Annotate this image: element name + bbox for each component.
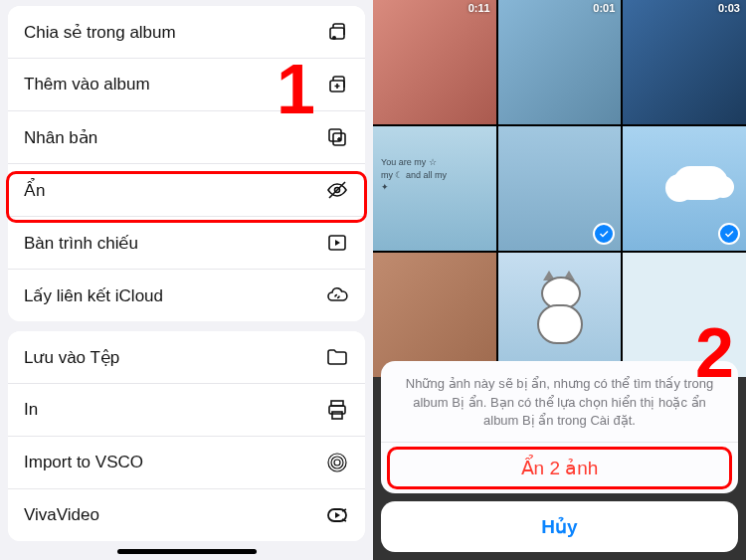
svg-point-12 [334,460,340,466]
selection-checkmark-icon [593,223,615,245]
print-icon [325,398,349,422]
photo-quote-text: You are my ☆ my ☾ and all my ✦ [381,156,447,194]
svg-point-1 [333,37,335,39]
share-sheet-menu: Chia sẻ trong album Thêm vào album Nhân … [0,0,373,560]
photo-thumbnail[interactable] [498,253,622,377]
video-duration: 0:03 [718,2,740,14]
menu-item-icloud-link[interactable]: Lấy liên kết iCloud [8,269,365,321]
album-share-icon [325,20,349,44]
action-sheet-card: Những ảnh này sẽ bị ẩn, nhưng có thể tìm… [381,361,738,493]
menu-label: Thêm vào album [24,75,150,94]
menu-label: Bàn trình chiếu [24,233,138,254]
menu-label: Chia sẻ trong album [24,22,176,43]
album-add-icon [325,73,349,96]
photo-thumbnail[interactable]: 0:11 [373,0,496,124]
menu-item-hide[interactable]: Ẩn [8,163,365,216]
photo-thumbnail-selected[interactable] [498,126,622,251]
photo-thumbnail[interactable]: 0:03 [623,0,746,124]
menu-item-import-vsco[interactable]: Import to VSCO [8,436,365,488]
photo-grid: 0:11 0:01 0:03 You are my ☆ my ☾ and all… [373,0,746,377]
duplicate-icon [325,125,349,149]
menu-label: Lưu vào Tệp [24,347,119,368]
annotation-step-2: 2 [695,313,734,393]
menu-label: Import to VSCO [24,453,143,472]
action-sheet-message: Những ảnh này sẽ bị ẩn, nhưng có thể tìm… [381,361,738,442]
video-duration: 0:11 [468,2,490,14]
photos-grid-panel: 0:11 0:01 0:03 You are my ☆ my ☾ and all… [373,0,746,560]
cancel-button[interactable]: Hủy [381,501,738,552]
photo-thumbnail-selected[interactable] [623,126,746,251]
video-duration: 0:01 [593,2,615,14]
photo-thumbnail[interactable]: 0:01 [498,0,622,124]
vsco-icon [325,451,349,474]
menu-item-save-to-files[interactable]: Lưu vào Tệp [8,331,365,383]
menu-label: VivaVideo [24,505,99,525]
photo-thumbnail[interactable]: You are my ☆ my ☾ and all my ✦ [373,126,496,251]
slideshow-icon [325,231,349,255]
folder-icon [325,345,349,369]
home-indicator[interactable] [117,549,257,554]
menu-label: Lấy liên kết iCloud [24,285,163,306]
svg-point-11 [331,457,343,468]
vivavideo-icon [325,503,349,527]
hide-photos-label: Ẩn 2 ảnh [521,458,599,478]
menu-label: Nhân bản [24,127,97,148]
hide-icon [325,178,349,202]
cancel-label: Hủy [541,516,577,537]
menu-group-2: Lưu vào Tệp In Import to VSCO VivaVideo [8,331,365,541]
cloud-graphic [673,166,728,200]
menu-item-slideshow[interactable]: Bàn trình chiếu [8,216,365,269]
menu-item-print[interactable]: In [8,383,365,436]
icloud-link-icon [325,283,349,307]
cat-graphic [533,273,588,347]
annotation-step-1: 1 [277,50,315,129]
menu-label: In [24,400,38,420]
menu-item-vivavideo[interactable]: VivaVideo [8,488,365,541]
svg-rect-0 [330,28,344,39]
svg-rect-9 [332,412,342,419]
hide-photos-button[interactable]: Ẩn 2 ảnh [381,442,738,493]
menu-label: Ẩn [24,180,45,201]
selection-checkmark-icon [718,223,740,245]
photo-thumbnail[interactable] [373,253,496,377]
action-sheet: Những ảnh này sẽ bị ẩn, nhưng có thể tìm… [381,361,738,552]
